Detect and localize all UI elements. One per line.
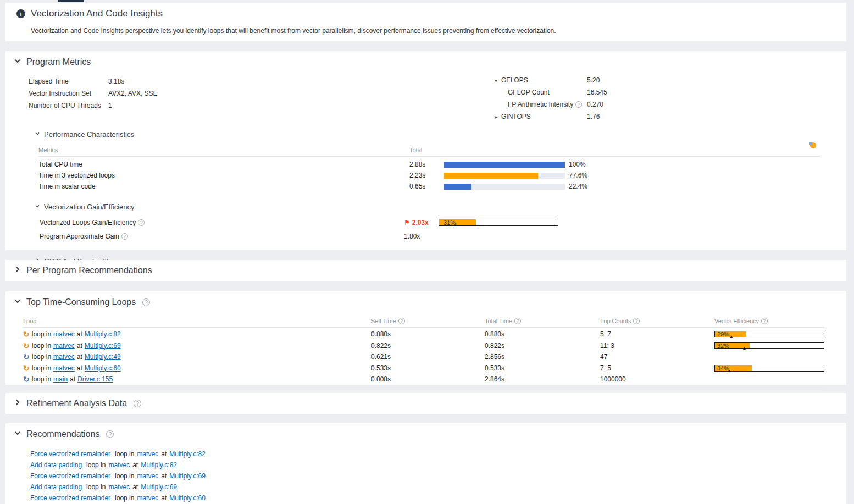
help-icon[interactable]: ? [514,318,521,324]
help-icon[interactable]: ? [106,430,114,438]
self-time-value: 0.880s [371,330,485,338]
recommendation-link[interactable]: Force vectorized remainder [30,450,110,458]
source-link[interactable]: Multiply.c:82 [141,461,177,469]
list-item: Add data padding loop in matvec at Multi… [30,459,846,470]
recommendations-title: Recommendations [26,429,99,439]
table-row: Time in scalar code 0.65s 22.4% [38,181,846,192]
loop-in-text: loop in [32,330,51,338]
metric-label: Program Approximate Gain ? [34,232,404,240]
column-header-metrics: Metrics [38,147,409,153]
divider [23,327,824,328]
page-description: Vectorization and Code Insights perspect… [31,27,835,35]
at-text: at [161,494,167,502]
vectorized-loop-icon: ↻ [23,364,30,372]
gain-value: 2.03x [412,219,429,226]
source-link[interactable]: Multiply.c:82 [169,450,206,458]
help-icon[interactable]: ? [633,318,640,324]
self-time-value: 0.533s [371,364,485,372]
source-link[interactable]: Multiply.c:69 [141,483,177,491]
function-link[interactable]: matvec [108,461,130,469]
column-header-loop[interactable]: Loop [23,318,371,324]
vectorized-loop-icon: ↻ [23,330,30,338]
source-link[interactable]: Multiply.c:60 [85,364,121,372]
column-header-self-time[interactable]: Self Time? [371,318,485,324]
browser-tab-remnant [58,0,84,2]
help-icon[interactable]: ? [575,101,582,108]
loop-cell: ↻ loop in matvec at Multiply.c:82 [23,330,371,338]
loop-in-text: loop in [32,342,51,350]
program-metrics-header[interactable]: Program Metrics [13,57,846,68]
target-marker-icon: ▲ [727,369,731,373]
metric-row: Vector Instruction Set AVX2, AVX, SSE [29,87,846,99]
source-link[interactable]: Multiply.c:69 [85,342,121,350]
table-row: ↻ loop in matvec at Multiply.c:60 0.533s… [23,363,846,374]
total-time-value: 0.533s [485,364,600,372]
help-icon[interactable]: ? [398,318,405,324]
recommendation-link[interactable]: Add data padding [30,461,82,469]
function-link[interactable]: matvec [137,494,158,502]
function-link[interactable]: matvec [137,450,158,458]
gain-efficiency-header[interactable]: Vectorization Gain/Efficiency [34,203,846,211]
bar-track [444,173,565,179]
loop-cell: ↻ loop in matvec at Multiply.c:69 [23,342,371,350]
table-row: Time in 3 vectorized loops 2.23s 77.6% [38,170,846,181]
program-metrics-card: Program Metrics Elapsed Time 3.18s Vecto… [5,51,846,250]
metric-label-text: Vectorized Loops Gain/Efficiency [40,219,136,226]
refinement-header[interactable]: Refinement Analysis Data ? [13,398,846,409]
source-link[interactable]: Multiply.c:69 [169,472,206,480]
metric-bar: 22.4% [444,182,846,190]
function-link[interactable]: main [53,375,68,383]
help-icon[interactable]: ? [134,400,141,407]
table-row: Vectorized Loops Gain/Efficiency ? ⚑ 2.0… [34,215,846,229]
function-link[interactable]: matvec [53,364,75,372]
total-time-value: 2.864s [485,375,600,383]
chart-legend-icon[interactable] [810,142,816,148]
self-time-value: 0.621s [371,353,485,361]
top-loops-header[interactable]: Top Time-Consuming Loops ? [13,297,846,308]
at-text: at [132,461,138,469]
per-program-recommendations-header[interactable]: Per Program Recommendations [13,265,846,276]
efficiency-bar-label: 32% [717,342,729,349]
source-link[interactable]: Driver.c:155 [77,375,113,383]
help-icon[interactable]: ? [142,298,150,306]
function-link[interactable]: matvec [53,353,75,361]
column-header-trip-counts[interactable]: Trip Counts? [600,318,714,324]
list-item: Add data padding loop in matvec at Multi… [30,481,846,492]
collapse-triangle-icon[interactable]: ▸ [495,114,501,120]
at-text: at [77,364,82,372]
source-link[interactable]: Multiply.c:82 [85,330,121,338]
function-link[interactable]: matvec [53,330,75,338]
gain-value-flagged: ⚑ 2.03x [404,219,439,226]
recommendations-header[interactable]: Recommendations ? [13,429,846,440]
metric-label: Time in 3 vectorized loops [38,171,409,179]
metric-label: Total CPU time [38,160,409,168]
per-program-recommendations-card: Per Program Recommendations [5,260,846,281]
column-header-total-time[interactable]: Total Time? [485,318,600,324]
expand-triangle-icon[interactable]: ▾ [495,77,501,84]
loop-cell: ↻ loop in matvec at Multiply.c:60 [23,364,371,372]
loop-in-text: loop in [115,450,134,458]
trip-counts-value: 11; 3 [600,342,714,350]
help-icon[interactable]: ? [138,219,145,226]
help-icon[interactable]: ? [761,318,768,324]
loop-cell: ↻ loop in matvec at Multiply.c:49 [23,353,371,361]
bar-fill [444,173,538,179]
help-icon[interactable]: ? [121,233,128,240]
metric-row-gintops: ▸ GINTOPS 1.76 [495,110,607,123]
performance-characteristics-header[interactable]: Performance Characteristics [34,130,846,139]
performance-characteristics-title: Performance Characteristics [44,130,134,139]
metric-label: Vector Instruction Set [29,90,108,97]
metrics-summary-right: ▾ GFLOPS 5.20 GFLOP Count 16.545 FP Arit… [495,74,607,123]
source-link[interactable]: Multiply.c:60 [169,494,206,502]
recommendation-link[interactable]: Add data padding [30,483,82,491]
recommendation-link[interactable]: Force vectorized remainder [30,472,110,480]
recommendation-link[interactable]: Force vectorized remainder [30,494,110,502]
function-link[interactable]: matvec [53,342,75,350]
source-link[interactable]: Multiply.c:49 [85,353,121,361]
function-link[interactable]: matvec [137,472,158,480]
bar-percent-label: 22.4% [569,182,587,190]
list-item: Force vectorized remainder loop in matve… [30,470,846,481]
metric-label: Time in scalar code [38,182,409,190]
function-link[interactable]: matvec [108,483,130,491]
column-header-vector-efficiency[interactable]: Vector Efficiency? [714,318,846,324]
